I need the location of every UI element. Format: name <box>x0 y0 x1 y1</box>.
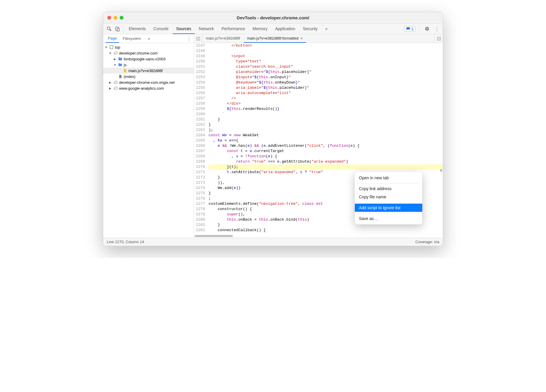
navigator-tab-page[interactable]: Page <box>106 34 119 43</box>
separator <box>123 25 123 33</box>
tree-label: www.google-analytics.com <box>119 86 164 91</box>
toggle-sidebar-icon[interactable] <box>435 34 443 43</box>
tab-application[interactable]: Application <box>272 24 299 34</box>
navigator-sidebar: Page Filesystem » ⋮ ▼ top ▼ developer.ch… <box>103 34 194 238</box>
vertical-scrollbar[interactable] <box>440 169 442 172</box>
menu-copy-link-address[interactable]: Copy link address <box>355 185 422 193</box>
navigator-menu-icon[interactable]: ⋮ <box>187 36 191 41</box>
tree-node-index[interactable]: (index) <box>103 74 194 79</box>
menu-save-as[interactable]: Save as… <box>355 214 422 223</box>
close-tab-icon[interactable]: × <box>300 36 303 41</box>
tab-security[interactable]: Security <box>299 24 321 34</box>
history-back-icon[interactable] <box>194 34 202 43</box>
menu-copy-file-name[interactable]: Copy file name <box>355 193 422 201</box>
tree-label: fonts/google-sans-v2003 <box>124 57 165 61</box>
tree-node-imgix[interactable]: ▶ developer-chrome-com.imgix.net <box>103 79 194 85</box>
file-tab-mainjs-formatted[interactable]: main.js?v=e382d86f:formatted × <box>244 34 306 43</box>
line-gutter[interactable]: 2247224822492250225122522253225422552256… <box>194 43 207 233</box>
issues-chip[interactable]: 1 <box>404 26 416 32</box>
panel-tabs: Elements Console Sources Network Perform… <box>125 24 331 34</box>
titlebar: DevTools - developer.chrome.com/ <box>103 12 443 24</box>
menu-separator <box>357 183 420 183</box>
js-file-icon <box>123 68 127 73</box>
menu-separator <box>357 213 420 213</box>
file-tabs: main.js?v=e382d86f main.js?v=e382d86f:fo… <box>194 34 443 43</box>
cursor-position: Line 2270, Column 14 <box>107 240 144 244</box>
cloud-icon <box>113 86 118 91</box>
svg-rect-5 <box>437 37 440 40</box>
document-icon <box>118 74 123 79</box>
tree-label: top <box>115 45 120 50</box>
tree-label: developer-chrome-com.imgix.net <box>119 80 174 85</box>
menu-open-in-new-tab[interactable]: Open in new tab <box>355 174 422 182</box>
frame-icon <box>109 45 114 50</box>
tree-label: (index) <box>124 74 135 79</box>
settings-gear-icon[interactable] <box>423 25 431 33</box>
svg-rect-4 <box>196 37 200 40</box>
tree-label: developer.chrome.com <box>119 51 158 55</box>
toolbar-right: 1 ⋮ <box>404 25 441 33</box>
kebab-menu-icon[interactable]: ⋮ <box>433 25 441 33</box>
devtools-window: DevTools - developer.chrome.com/ Element… <box>103 12 443 246</box>
file-tree: ▼ top ▼ developer.chrome.com ▶ fonts/goo… <box>103 43 194 92</box>
tab-console[interactable]: Console <box>150 24 172 34</box>
tabs-overflow-icon[interactable]: » <box>322 24 331 34</box>
navigator-tab-filesystem[interactable]: Filesystem <box>120 34 143 43</box>
coverage-status: Coverage: n/a <box>415 240 439 244</box>
horizontal-scrollbar[interactable] <box>195 235 233 237</box>
tab-performance[interactable]: Performance <box>218 24 248 34</box>
tree-node-fonts[interactable]: ▶ fonts/google-sans-v2003 <box>103 56 194 62</box>
file-tab-label: main.js?v=e382d86f:formatted <box>247 36 299 40</box>
tab-memory[interactable]: Memory <box>249 24 271 34</box>
inspect-element-icon[interactable] <box>105 25 113 33</box>
tab-elements[interactable]: Elements <box>125 24 149 34</box>
statusbar: Line 2270, Column 14 Coverage: n/a <box>103 238 443 246</box>
tab-sources[interactable]: Sources <box>173 24 195 34</box>
file-tab-mainjs[interactable]: main.js?v=e382d86f <box>202 34 244 43</box>
svg-rect-2 <box>117 28 119 31</box>
separator <box>419 25 419 33</box>
tree-node-mainjs[interactable]: main.js?v=e382d86f <box>103 68 194 74</box>
folder-icon <box>118 57 123 61</box>
menu-separator <box>357 202 420 202</box>
main-toolbar: Elements Console Sources Network Perform… <box>103 24 443 34</box>
tree-node-ga[interactable]: ▶ www.google-analytics.com <box>103 85 194 91</box>
window-title: DevTools - developer.chrome.com/ <box>103 15 443 20</box>
navigator-tabs-overflow-icon[interactable]: » <box>146 34 152 43</box>
menu-add-to-ignore-list[interactable]: Add script to ignore list <box>355 204 422 212</box>
tree-label: main.js?v=e382d86f <box>128 69 163 73</box>
cloud-icon <box>113 80 118 85</box>
tree-node-js[interactable]: ▼ js <box>103 62 194 68</box>
cloud-icon <box>113 51 118 55</box>
folder-icon <box>118 62 123 67</box>
svg-rect-3 <box>110 46 113 49</box>
tab-network[interactable]: Network <box>195 24 217 34</box>
issues-count: 1 <box>411 27 413 31</box>
tree-node-top[interactable]: ▼ top <box>103 44 194 50</box>
device-toolbar-icon[interactable] <box>113 25 121 33</box>
tree-label: js <box>124 63 126 67</box>
tree-node-domain[interactable]: ▼ developer.chrome.com <box>103 50 194 56</box>
navigator-tabs: Page Filesystem » ⋮ <box>103 34 194 43</box>
context-menu: Open in new tab Copy link address Copy f… <box>355 172 422 224</box>
file-tab-label: main.js?v=e382d86f <box>206 36 240 40</box>
